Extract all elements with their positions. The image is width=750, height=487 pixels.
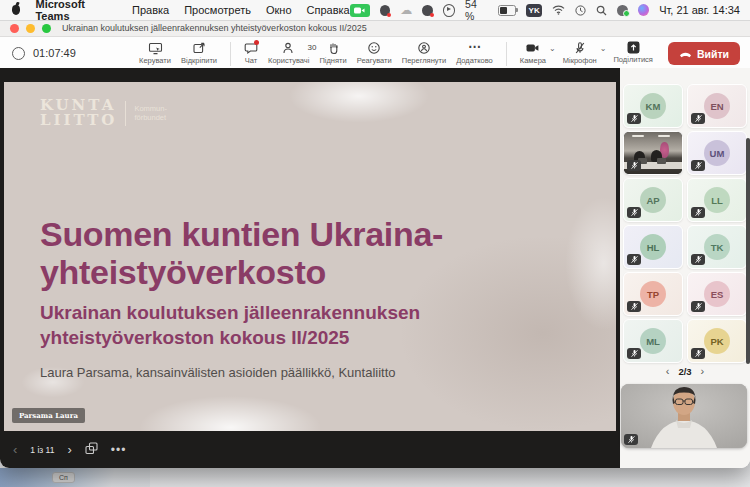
participant-tile[interactable]: PK: [687, 319, 747, 363]
more-button[interactable]: ⋯ Додатково: [453, 40, 496, 66]
next-slide-button[interactable]: ›: [67, 443, 71, 456]
sidebar-scrollbar[interactable]: [746, 138, 750, 364]
app-notification-icon[interactable]: [422, 5, 432, 16]
cloud-icon[interactable]: ☁: [400, 5, 412, 15]
battery-icon[interactable]: [498, 5, 516, 16]
avatar: UM: [704, 140, 730, 166]
participants-button[interactable]: 30 Користувачі: [265, 40, 312, 66]
status-menu-icon[interactable]: [380, 5, 390, 16]
raise-hand-button[interactable]: Підняти: [316, 40, 349, 66]
mic-options-chevron-icon[interactable]: ⌄: [600, 44, 607, 53]
participant-tile[interactable]: LL: [687, 178, 747, 222]
mic-muted-badge: [624, 434, 638, 445]
react-button[interactable]: Реагувати: [354, 40, 395, 66]
avatar: HL: [640, 234, 666, 260]
avatar: LL: [704, 187, 730, 213]
previous-slide-button[interactable]: ‹: [13, 443, 17, 456]
avatar: AP: [640, 187, 666, 213]
share-screen-icon: [627, 41, 640, 54]
participant-tile[interactable]: TP: [623, 272, 683, 316]
manage-button[interactable]: Керувати: [136, 40, 174, 66]
menu-item-view[interactable]: Просмотреть: [184, 4, 251, 16]
background-window-label: Сп: [52, 472, 75, 483]
user-initials-badge[interactable]: YK: [526, 4, 542, 17]
speaker-video-feed: [621, 384, 747, 448]
participant-tile[interactable]: EN: [687, 84, 747, 128]
wifi-icon[interactable]: [552, 5, 565, 15]
participant-tile[interactable]: TK: [687, 225, 747, 269]
participant-tile[interactable]: UM: [687, 131, 747, 175]
participant-tile[interactable]: KM: [623, 84, 683, 128]
menu-bar-datetime[interactable]: Чт, 21 авг. 14:34: [659, 4, 740, 16]
mic-muted-icon: [573, 41, 587, 55]
teams-window: Ukrainan koulutuksen jälleenrakennuksen …: [0, 20, 750, 468]
slide-title: Suomen kuntien Ukraina- yhteistyöverkost…: [40, 215, 443, 292]
more-dots-icon: ⋯: [468, 41, 481, 55]
logo-sub1: Kommun-: [134, 104, 167, 113]
manage-screen-icon: [148, 41, 163, 55]
participant-tile[interactable]: ES: [687, 272, 747, 316]
presenter-name-tag: Parsama Laura: [12, 408, 85, 423]
mic-muted-badge: [691, 207, 705, 218]
mic-muted-badge: [691, 160, 705, 171]
camera-active-status-icon[interactable]: [350, 4, 370, 17]
mic-muted-badge: [627, 113, 641, 124]
kuntaliitto-logo: KUNTA LIITTO Kommun- förbundet: [40, 98, 167, 129]
battery-percent: 54 %: [465, 0, 488, 22]
search-icon[interactable]: [596, 5, 607, 16]
play-status-icon[interactable]: [443, 4, 455, 17]
slide-more-options-button[interactable]: •••: [111, 443, 127, 457]
slide-presenter-line: Laura Parsama, kansainvälisten asioiden …: [40, 365, 396, 380]
view-icon: [417, 41, 431, 55]
slide-grid-icon[interactable]: [85, 441, 98, 459]
minimize-window-button[interactable]: [26, 24, 35, 33]
view-button[interactable]: Переглянути: [399, 40, 449, 66]
avatar: ML: [640, 328, 666, 354]
logo-divider: [125, 101, 126, 126]
unpin-button[interactable]: Відкріпити: [178, 40, 220, 66]
logo-line2: LIITTO: [40, 113, 117, 128]
fast-user-switch-icon[interactable]: [617, 5, 627, 16]
avatar: ES: [704, 281, 730, 307]
screen: Microsoft Teams Правка Просмотреть Окно …: [0, 0, 750, 487]
chat-button[interactable]: Чат: [241, 40, 261, 66]
participant-tiles-grid: KM EN: [623, 84, 747, 363]
mic-muted-badge: [627, 207, 641, 218]
camera-options-chevron-icon[interactable]: ⌄: [549, 44, 556, 53]
camera-on-icon: [525, 41, 540, 55]
slide-position: 1 із 11: [30, 445, 54, 455]
raise-hand-icon: [326, 41, 340, 55]
pagination-prev-button[interactable]: ‹: [666, 366, 670, 377]
zoom-window-button[interactable]: [42, 24, 51, 33]
meeting-toolbar: 01:07:49 Керувати Відкріпити Чат: [0, 37, 750, 70]
toolbar-divider: [230, 42, 231, 66]
participant-tile[interactable]: ML: [623, 319, 683, 363]
microphone-button[interactable]: Мікрофон: [560, 40, 600, 66]
mic-muted-badge: [691, 301, 705, 312]
avatar: TK: [704, 234, 730, 260]
window-title-bar: Ukrainan koulutuksen jälleenrakennuksen …: [0, 20, 750, 37]
share-button[interactable]: Поділитися: [610, 40, 655, 65]
siri-icon[interactable]: [638, 4, 649, 16]
close-window-button[interactable]: [10, 24, 19, 33]
speaker-video-tile[interactable]: [621, 384, 747, 448]
menu-app-name[interactable]: Microsoft Teams: [35, 0, 117, 22]
pagination-next-button[interactable]: ›: [701, 366, 705, 377]
participant-video-tile-classroom[interactable]: [623, 131, 683, 175]
meeting-content: KUNTA LIITTO Kommun- förbundet Suomen ku…: [0, 68, 750, 468]
participant-tile[interactable]: HL: [623, 225, 683, 269]
menu-item-edit[interactable]: Правка: [132, 4, 169, 16]
participant-tile[interactable]: AP: [623, 178, 683, 222]
leave-meeting-button[interactable]: Вийти: [668, 42, 740, 65]
slide-navigation-bar: ‹ 1 із 11 › •••: [0, 431, 620, 468]
camera-button[interactable]: Камера: [517, 40, 549, 66]
pagination-label: 2/3: [678, 366, 691, 377]
menu-item-help[interactable]: Справка: [307, 4, 350, 16]
apple-menu-icon[interactable]: [12, 5, 20, 15]
avatar: EN: [704, 93, 730, 119]
menu-item-window[interactable]: Окно: [266, 4, 292, 16]
shared-slide: KUNTA LIITTO Kommun- förbundet Suomen ku…: [4, 82, 616, 431]
chat-unread-badge: [254, 40, 259, 45]
clock-icon[interactable]: [575, 5, 586, 16]
mic-muted-badge: [627, 160, 641, 171]
